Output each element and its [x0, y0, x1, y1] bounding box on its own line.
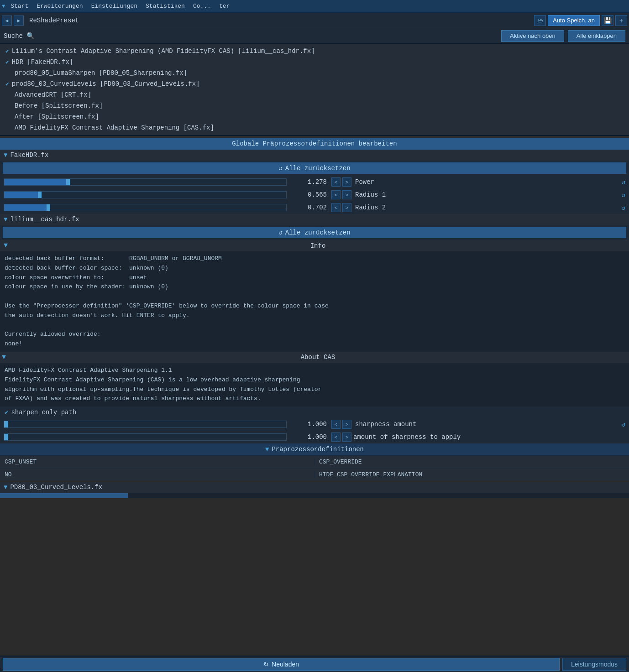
list-item[interactable]: prod80_05_LumaSharpen [PD80_05_Sharpenin…: [0, 68, 629, 78]
radius2-param-label: Radius 2: [355, 204, 618, 211]
info-paragraph2: Currently allowed override: none!: [5, 330, 624, 349]
sharpness-slider-track[interactable]: [4, 421, 287, 428]
radius1-increment-button[interactable]: >: [342, 190, 351, 199]
amount-slider-track[interactable]: [4, 433, 287, 441]
collapse-all-button[interactable]: Alle einklappen: [568, 30, 625, 42]
radius2-increment-button[interactable]: >: [342, 203, 351, 212]
menu-einstellungen[interactable]: Einstellungen: [88, 2, 141, 10]
power-increment-button[interactable]: >: [342, 177, 351, 187]
info-header-row[interactable]: ▼ Info: [0, 240, 629, 251]
power-slider-thumb[interactable]: [66, 179, 70, 185]
list-item[interactable]: ✔ prod80_03_CurvedLevels [PD80_03_Curved…: [0, 78, 629, 89]
lilium-reset-button[interactable]: ↺ Alle zurücksetzen: [3, 227, 626, 238]
effect-label: AdvancedCRT [CRT.fx]: [15, 91, 91, 99]
about-cas-header[interactable]: ▼ About CAS: [0, 352, 629, 363]
preproc-val-2: HIDE_CSP_OVERRIDE_EXPLANATION: [314, 471, 629, 478]
triangle-icon: ▼: [2, 3, 5, 10]
reset-label: Alle zurücksetzen: [285, 229, 351, 236]
preproc-val-1: CSP_OVERRIDE: [314, 458, 629, 465]
radius2-decrement-button[interactable]: <: [331, 203, 341, 212]
preproc-section: ▼ Präprozessordefinitionen CSP_UNSET CSP…: [0, 443, 629, 481]
about-cas-content: AMD FidelityFX Contrast Adaptive Sharpen…: [0, 363, 629, 406]
power-slider-row: 1.278 < > Power ↺: [0, 176, 629, 188]
menu-start[interactable]: Start: [7, 2, 32, 10]
preproc-header[interactable]: ▼ Präprozessordefinitionen: [0, 443, 629, 455]
amount-slider-thumb[interactable]: [4, 434, 8, 440]
fakehdr-reset-button[interactable]: ↺ Alle zurücksetzen: [3, 162, 626, 174]
active-top-button[interactable]: Aktive nach oben: [501, 30, 564, 42]
power-slider-fill: [4, 179, 66, 185]
effect-label: Before [Splitscreen.fx]: [15, 102, 103, 109]
menu-statistiken[interactable]: Statistiken: [142, 2, 189, 10]
reload-button[interactable]: ↻ Neuladen: [3, 658, 560, 671]
list-item[interactable]: ✔ HDR [FakeHDR.fx]: [0, 57, 629, 68]
power-slider-track[interactable]: [4, 178, 287, 186]
power-slider-value: 1.278: [290, 178, 327, 186]
next-button[interactable]: ►: [14, 16, 24, 26]
auto-save-button[interactable]: Auto Speich. an: [548, 15, 600, 26]
menu-ter[interactable]: ter: [215, 2, 233, 10]
horizontal-scrollbar[interactable]: [0, 493, 629, 498]
radius1-slider-thumb[interactable]: [38, 192, 42, 198]
list-item[interactable]: AdvancedCRT [CRT.fx]: [0, 89, 629, 100]
radius1-slider-fill: [4, 192, 38, 198]
amount-slider-value: 1.000: [290, 433, 327, 441]
about-cas-text: AMD FidelityFX Contrast Adaptive Sharpen…: [5, 366, 624, 404]
list-item[interactable]: Before [Splitscreen.fx]: [0, 100, 629, 111]
prev-button[interactable]: ◄: [2, 16, 12, 26]
main-scroll-area[interactable]: ✔ Lilium's Contrast Adaptive Sharpening …: [0, 44, 629, 656]
radius1-reset-button[interactable]: ↺: [622, 191, 625, 199]
reset-icon: ↺: [278, 164, 282, 172]
fakehdr-title: FakeHDR.fx: [10, 151, 48, 159]
save-icon: 💾: [604, 17, 612, 24]
folder-button[interactable]: 🗁: [534, 15, 546, 26]
power-reset-button[interactable]: ↺: [622, 178, 625, 186]
sharpen-only-checkbox-row[interactable]: ✔ sharpen only path: [0, 406, 629, 418]
info-line3: colour space overwritten to: unset: [5, 273, 624, 283]
save-button[interactable]: 💾: [602, 15, 613, 26]
search-label: Suche: [4, 32, 23, 40]
triangle-icon: ▼: [4, 216, 7, 223]
amount-slider-row: 1.000 < > amount of sharpness to apply: [0, 431, 629, 443]
preproc-header-label: Präprozessordefinitionen: [272, 446, 364, 453]
menu-erweiterungen[interactable]: Erweiterungen: [33, 2, 86, 10]
radius2-slider-track[interactable]: [4, 204, 287, 211]
lilium-title-row[interactable]: ▼ lilium__cas_hdr.fx: [0, 214, 629, 225]
sharpness-slider-row: 1.000 < > sharpness amount ↺: [0, 418, 629, 431]
list-item[interactable]: ✔ Lilium's Contrast Adaptive Sharpening …: [0, 46, 629, 57]
info-lines: detected back buffer format: RGBA8_UNORM…: [5, 254, 624, 264]
power-decrement-button[interactable]: <: [331, 177, 341, 187]
sharpness-slider-thumb[interactable]: [4, 421, 8, 427]
list-item[interactable]: After [Splitscreen.fx]: [0, 111, 629, 122]
fakehdr-section: ▼ FakeHDR.fx ↺ Alle zurücksetzen 1.278 <…: [0, 150, 629, 214]
sharpness-decrement-button[interactable]: <: [331, 420, 341, 429]
fakehdr-title-row[interactable]: ▼ FakeHDR.fx: [0, 150, 629, 161]
bottom-bar: ↻ Neuladen Leistungsmodus: [0, 656, 629, 672]
effect-label: HDR [FakeHDR.fx]: [12, 58, 73, 66]
check-icon: ✔: [5, 408, 8, 416]
menu-co[interactable]: Co...: [189, 2, 215, 10]
pd80-title-row[interactable]: ▼ PD80_03_Curved_Levels.fx: [0, 482, 629, 493]
performance-mode-button[interactable]: Leistungsmodus: [562, 658, 626, 671]
sharpness-increment-button[interactable]: >: [342, 420, 351, 429]
effect-label: prod80_05_LumaSharpen [PD80_05_Sharpenin…: [15, 69, 187, 77]
title-bar: ▼ Start Erweiterungen Einstellungen Stat…: [0, 0, 629, 13]
power-param-label: Power: [355, 178, 618, 186]
radius1-slider-track[interactable]: [4, 191, 287, 198]
add-preset-button[interactable]: +: [615, 15, 627, 26]
list-item[interactable]: AMD FidelityFX Contrast Adaptive Sharpen…: [0, 122, 629, 133]
radius2-reset-button[interactable]: ↺: [622, 204, 625, 212]
radius1-slider-row: 0.565 < > Radius 1 ↺: [0, 188, 629, 201]
search-input[interactable]: [38, 32, 498, 40]
radius1-decrement-button[interactable]: <: [331, 190, 341, 199]
reset-label: Alle zurücksetzen: [285, 165, 351, 172]
effect-label: After [Splitscreen.fx]: [15, 113, 99, 120]
radius2-slider-thumb[interactable]: [47, 204, 50, 211]
horizontal-scrollbar-thumb[interactable]: [0, 493, 128, 498]
reload-icon: ↻: [263, 661, 269, 668]
preproc-row[interactable]: NO HIDE_CSP_OVERRIDE_EXPLANATION: [0, 468, 629, 481]
amount-increment-button[interactable]: >: [342, 432, 351, 442]
amount-decrement-button[interactable]: <: [331, 432, 341, 442]
preproc-row[interactable]: CSP_UNSET CSP_OVERRIDE: [0, 455, 629, 468]
sharpness-reset-button[interactable]: ↺: [622, 421, 625, 428]
